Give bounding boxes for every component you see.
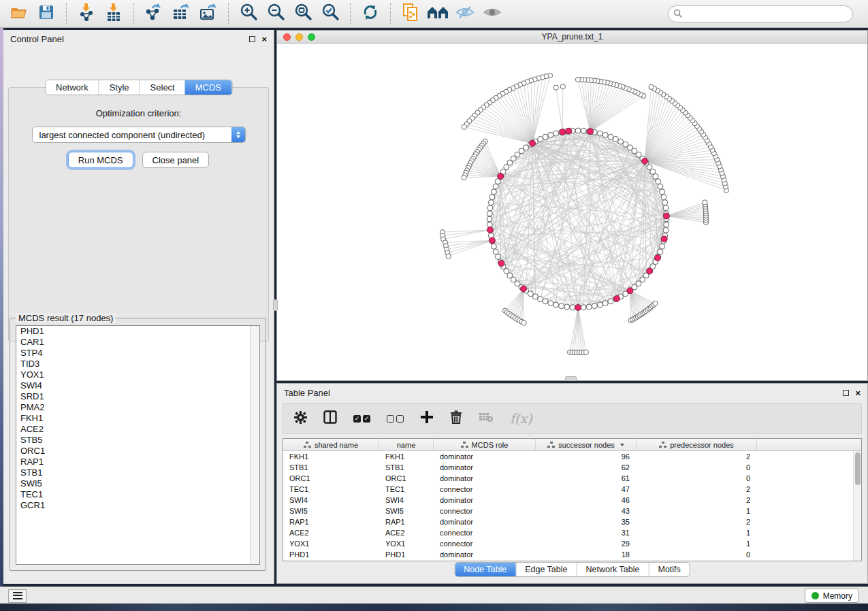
table-cell[interactable]: SWI5 (283, 506, 379, 516)
graph-node[interactable] (487, 205, 493, 211)
graph-node[interactable] (581, 128, 586, 133)
mcds-result-item[interactable]: STB5 (16, 435, 259, 446)
table-cell[interactable]: dominator (434, 473, 536, 484)
mcds-result-item[interactable]: FKH1 (16, 413, 259, 424)
graph-mcds-node[interactable] (654, 254, 660, 261)
graph-node[interactable] (548, 301, 553, 306)
table-row[interactable]: FKH1FKH1dominator962 (283, 451, 861, 462)
table-row[interactable]: YOX1YOX1connector291 (283, 538, 861, 549)
save-session-button[interactable] (35, 3, 58, 24)
first-neighbors-button[interactable] (426, 3, 449, 24)
hide-selected-button[interactable] (453, 3, 477, 24)
graph-node[interactable] (570, 305, 575, 310)
graph-node[interactable] (658, 249, 663, 254)
table-cell[interactable]: 62 (536, 462, 637, 473)
table-cell[interactable]: RAP1 (379, 516, 434, 527)
tab-style[interactable]: Style (99, 80, 140, 95)
table-cell[interactable]: YOX1 (379, 538, 434, 549)
table-cell[interactable]: ACE2 (379, 527, 434, 538)
graph-mcds-node[interactable] (489, 237, 495, 244)
zoom-in-button[interactable] (237, 3, 260, 24)
graph-node[interactable] (660, 244, 665, 249)
graph-node[interactable] (661, 195, 666, 200)
graph-node[interactable] (592, 303, 597, 309)
graph-node[interactable] (489, 195, 495, 200)
table-cell[interactable]: 0 (637, 473, 757, 484)
tab-select[interactable]: Select (140, 80, 185, 95)
graph-node[interactable] (664, 222, 669, 227)
graph-node[interactable] (575, 128, 581, 133)
table-cell[interactable]: TEC1 (379, 484, 434, 495)
open-file-button[interactable] (7, 3, 31, 24)
graph-mcds-node[interactable] (566, 128, 572, 134)
table-cell[interactable]: 2 (637, 451, 757, 462)
table-cell[interactable]: FKH1 (379, 451, 434, 462)
delete-button[interactable] (450, 410, 462, 427)
graph-node[interactable] (662, 200, 668, 205)
import-table-button[interactable] (102, 3, 125, 24)
table-cell[interactable]: dominator (434, 451, 536, 462)
graph-mcds-node[interactable] (530, 140, 536, 146)
table-cell[interactable]: 1 (637, 527, 757, 538)
new-network-from-selection-button[interactable] (399, 3, 422, 24)
graph-leaf-node[interactable] (553, 85, 558, 90)
table-row[interactable]: RAP1RAP1dominator352 (283, 516, 861, 527)
table-cell[interactable]: 61 (536, 473, 637, 484)
graph-node[interactable] (660, 189, 665, 195)
table-cell[interactable]: 47 (536, 484, 637, 495)
table-scrollbar-thumb[interactable] (855, 452, 861, 485)
add-button[interactable] (420, 410, 434, 427)
table-cell[interactable]: dominator (434, 549, 536, 560)
graph-mcds-node[interactable] (498, 173, 504, 179)
table-cell[interactable]: ORC1 (283, 473, 379, 484)
table-settings-button[interactable] (294, 411, 307, 427)
graph-node[interactable] (548, 132, 553, 137)
zoom-fit-button[interactable] (291, 3, 315, 24)
table-cell[interactable]: 2 (637, 516, 757, 527)
graph-node[interactable] (618, 139, 624, 144)
table-cell[interactable]: STB1 (379, 462, 434, 473)
mcds-result-item[interactable]: PMA2 (16, 402, 259, 413)
mcds-result-item[interactable]: TEC1 (16, 489, 259, 500)
table-cell[interactable]: 29 (536, 538, 637, 549)
table-row[interactable]: ORC1ORC1dominator610 (283, 473, 861, 484)
table-row[interactable]: ACE2ACE2connector311 (283, 527, 861, 538)
graph-node[interactable] (559, 303, 564, 309)
column-header-predecessor-nodes[interactable]: predecessor nodes (637, 439, 757, 450)
mcds-result-item[interactable]: SRD1 (16, 391, 259, 402)
run-mcds-button[interactable]: Run MCDS (68, 152, 133, 168)
graph-node[interactable] (532, 294, 538, 299)
mcds-result-item[interactable]: SWI4 (16, 380, 259, 391)
table-cell[interactable]: 2 (637, 484, 757, 495)
table-cell[interactable]: ORC1 (379, 473, 434, 484)
graph-node[interactable] (613, 136, 618, 142)
graph-leaf-node[interactable] (575, 77, 580, 82)
table-cell[interactable]: 18 (536, 549, 637, 560)
graph-node[interactable] (553, 302, 559, 308)
graph-node[interactable] (656, 179, 661, 184)
table-cell[interactable]: 35 (536, 516, 637, 527)
table-cell[interactable]: connector (434, 538, 536, 549)
graph-mcds-node[interactable] (588, 129, 594, 135)
table-cell[interactable]: dominator (434, 462, 536, 473)
graph-mcds-node[interactable] (661, 236, 667, 242)
table-row[interactable]: SWI4SWI4dominator462 (283, 495, 861, 506)
float-table-panel-icon[interactable] (843, 390, 849, 396)
network-graph[interactable] (277, 44, 867, 380)
close-panel-button[interactable]: Close panel (142, 152, 210, 168)
mcds-result-item[interactable]: PHD1 (16, 326, 259, 337)
graph-node[interactable] (495, 254, 500, 259)
graph-node[interactable] (586, 304, 592, 310)
mcds-result-list[interactable]: PHD1CAR1STP4TID3YOX1SWI4SRD1PMA2FKH1ACE2… (16, 325, 260, 565)
tab-network[interactable]: Network (46, 80, 99, 95)
column-header-shared-name[interactable]: shared name (283, 439, 379, 450)
tab-network-table[interactable]: Network Table (577, 563, 649, 576)
graph-mcds-node[interactable] (627, 288, 633, 294)
table-cell[interactable]: FKH1 (283, 451, 379, 462)
tab-motifs[interactable]: Motifs (648, 563, 689, 576)
task-history-button[interactable] (8, 589, 27, 603)
graph-node[interactable] (543, 299, 548, 304)
graph-node[interactable] (538, 297, 543, 302)
graph-node[interactable] (663, 227, 669, 233)
tab-mcds[interactable]: MCDS (185, 80, 231, 95)
